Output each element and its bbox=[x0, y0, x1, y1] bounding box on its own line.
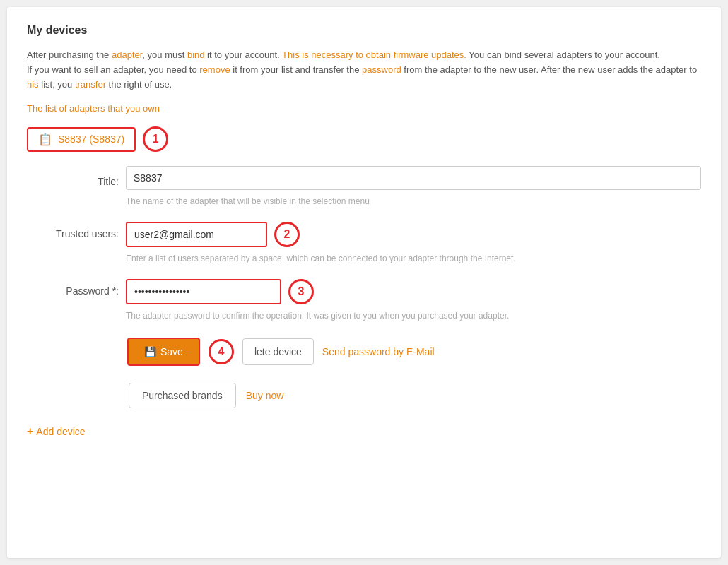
send-password-button[interactable]: Send password by E-Mail bbox=[322, 346, 435, 357]
step3-badge: 3 bbox=[288, 279, 314, 304]
action-buttons-row: 💾 Save 4 lete device Send password by E-… bbox=[27, 338, 701, 366]
delete-label: lete device bbox=[254, 346, 302, 357]
send-password-label: Send password by E-Mail bbox=[322, 346, 435, 357]
save-button[interactable]: 💾 Save bbox=[127, 338, 200, 366]
step2-badge: 2 bbox=[274, 222, 300, 247]
save-label: Save bbox=[160, 346, 183, 357]
plus-icon: + bbox=[27, 425, 33, 438]
trusted-users-input[interactable] bbox=[126, 222, 267, 247]
password-label: Password *: bbox=[27, 279, 119, 297]
buy-now-label: Buy now bbox=[246, 390, 284, 401]
trusted-users-field-col: 2 bbox=[126, 222, 701, 247]
adapter-tab-icon: 📋 bbox=[38, 133, 52, 146]
title-field-col bbox=[126, 166, 701, 190]
title-label: Title: bbox=[27, 170, 119, 187]
add-device-label: Add device bbox=[36, 426, 85, 437]
step4-badge: 4 bbox=[209, 339, 234, 364]
password-field-col: 3 bbox=[126, 279, 701, 304]
trusted-users-input-group: 2 bbox=[126, 222, 701, 247]
title-hint: The name of the adapter that will be vis… bbox=[126, 196, 370, 206]
purchased-brands-label: Purchased brands bbox=[142, 390, 223, 401]
title-input[interactable] bbox=[126, 166, 701, 190]
buy-now-button[interactable]: Buy now bbox=[246, 390, 284, 401]
step1-badge: 1 bbox=[143, 126, 168, 152]
delete-device-button[interactable]: lete device bbox=[242, 338, 314, 365]
title-row: Title: bbox=[27, 166, 701, 190]
purchased-brands-button[interactable]: Purchased brands bbox=[129, 383, 236, 408]
adapter-tab[interactable]: 📋 S8837 (S8837) bbox=[27, 127, 136, 152]
page-container: My devices After purchasing the adapter,… bbox=[7, 7, 721, 558]
step1-badge-container: 1 bbox=[143, 126, 168, 152]
password-input-group: 3 bbox=[126, 279, 701, 304]
password-row: Password *: 3 bbox=[27, 279, 701, 304]
trusted-users-row: Trusted users: 2 bbox=[27, 222, 701, 247]
trusted-users-hint: Enter a list of users separated by a spa… bbox=[126, 254, 516, 263]
adapter-tab-row: 📋 S8837 (S8837) 1 bbox=[27, 126, 701, 152]
password-input[interactable] bbox=[126, 279, 281, 304]
add-device-button[interactable]: + Add device bbox=[27, 425, 86, 438]
description-block-1: After purchasing the adapter, you must b… bbox=[27, 48, 701, 92]
password-hint: The adapter password to confirm the oper… bbox=[126, 311, 509, 321]
adapters-link[interactable]: The list of adapters that you own bbox=[27, 103, 160, 114]
page-title: My devices bbox=[27, 24, 701, 37]
trusted-users-label: Trusted users: bbox=[27, 222, 119, 239]
bottom-buttons-row: Purchased brands Buy now bbox=[27, 383, 701, 408]
add-device-row: + Add device bbox=[27, 425, 701, 438]
save-icon: 💾 bbox=[144, 346, 156, 357]
adapter-tab-label: S8837 (S8837) bbox=[58, 133, 124, 145]
